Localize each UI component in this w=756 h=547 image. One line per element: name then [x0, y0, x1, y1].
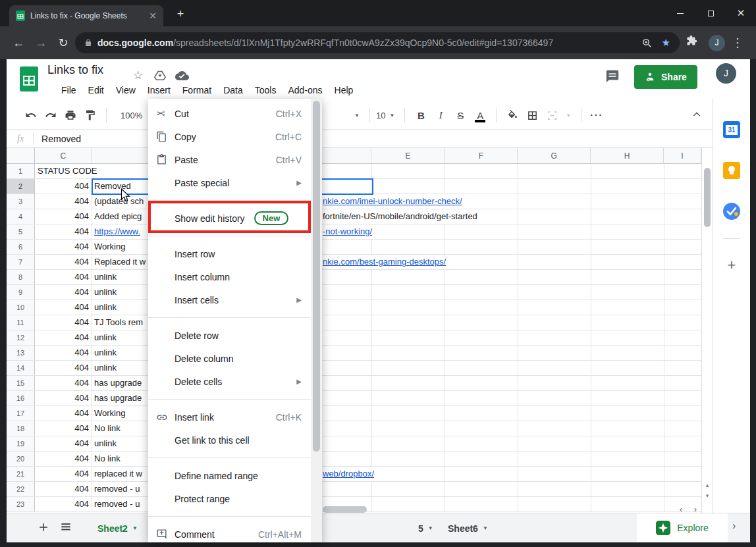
cell-empty[interactable] — [445, 467, 518, 481]
cell-empty[interactable] — [591, 285, 664, 300]
browser-profile-avatar[interactable]: J — [709, 35, 725, 51]
row-header[interactable]: 7 — [7, 255, 35, 269]
row-header[interactable]: 11 — [7, 315, 35, 330]
cell-empty[interactable] — [664, 209, 701, 224]
context-menu-item-delete-column[interactable]: Delete column — [148, 347, 311, 370]
cell-empty[interactable] — [591, 270, 664, 284]
table-row[interactable]: 11404TJ Tools rem — [7, 315, 701, 330]
cell-empty[interactable] — [372, 361, 445, 375]
paint-format-icon[interactable] — [80, 109, 100, 121]
cell-empty[interactable] — [664, 224, 701, 239]
table-row[interactable]: 4404Added epicgfortnite/en-US/mobile/and… — [7, 209, 701, 224]
tasks-icon[interactable] — [723, 203, 740, 220]
cell-c[interactable]: 404 — [35, 346, 92, 360]
cell-empty[interactable] — [372, 240, 445, 254]
formula-bar[interactable]: fx Removed — [7, 130, 713, 148]
cell-empty[interactable] — [372, 452, 445, 466]
undo-icon[interactable] — [21, 109, 41, 121]
borders-icon[interactable] — [522, 110, 542, 121]
cell-empty[interactable] — [591, 179, 664, 194]
scroll-left-icon[interactable]: ‹ — [680, 505, 682, 514]
cell-empty[interactable] — [664, 300, 701, 315]
menu-data[interactable]: Data — [217, 83, 249, 97]
bold-button[interactable]: B — [411, 110, 431, 121]
cell-empty[interactable] — [518, 421, 591, 436]
cell-empty[interactable] — [518, 497, 591, 511]
context-menu-item-delete-cells[interactable]: Delete cells▶ — [148, 370, 311, 393]
drive-shortcut-icon[interactable] — [154, 70, 166, 80]
column-header-c[interactable]: C — [35, 148, 92, 163]
cell-empty[interactable] — [591, 255, 664, 269]
context-menu-item-copy[interactable]: CopyCtrl+C — [148, 125, 311, 148]
context-menu-scrollbar[interactable] — [311, 99, 322, 542]
row-header[interactable]: 14 — [7, 361, 35, 375]
cell-empty[interactable] — [591, 224, 664, 239]
cell-empty[interactable] — [372, 270, 445, 284]
context-menu-item-delete-row[interactable]: Delete row — [148, 324, 311, 347]
table-row[interactable]: 22404removed - u — [7, 482, 701, 497]
cell-link-text[interactable]: https://www. — [94, 226, 140, 236]
menu-file[interactable]: File — [55, 83, 82, 97]
cell-c[interactable]: 404 — [35, 330, 92, 345]
menu-format[interactable]: Format — [176, 83, 217, 97]
cell-empty[interactable] — [372, 285, 445, 300]
extensions-icon[interactable] — [686, 35, 702, 51]
cell-c[interactable]: 404 — [35, 482, 92, 496]
cell-empty[interactable] — [664, 436, 701, 451]
cell-link-overflow-text[interactable]: nkie.com/imei-unlock-number-check/ — [323, 194, 464, 209]
add-addon-icon[interactable]: + — [723, 257, 740, 274]
column-header-g[interactable]: G — [518, 148, 591, 163]
keep-icon[interactable] — [723, 162, 740, 179]
context-menu-item-comment[interactable]: CommentCtrl+Alt+M — [148, 523, 311, 542]
fill-color-icon[interactable] — [502, 110, 522, 121]
cell-empty[interactable] — [664, 179, 701, 194]
table-row[interactable]: 8404unlink — [7, 270, 701, 285]
row-header[interactable]: 2 — [7, 179, 35, 194]
cell-empty[interactable] — [518, 467, 591, 481]
explore-button[interactable]: Explore — [637, 513, 728, 542]
browser-menu-icon[interactable]: ⋮ — [730, 35, 745, 51]
cell-empty[interactable] — [518, 285, 591, 300]
table-row[interactable]: 21404replaced it wweb/dropbox/ — [7, 467, 701, 482]
scroll-right-icon[interactable]: › — [694, 505, 697, 514]
cell-empty[interactable] — [591, 376, 664, 390]
column-header-h[interactable]: H — [591, 148, 664, 163]
cell-empty[interactable] — [445, 315, 518, 330]
minimize-button[interactable] — [665, 0, 695, 26]
menu-view[interactable]: View — [110, 83, 142, 97]
font-size-select[interactable]: 10 — [376, 111, 385, 120]
cell-c[interactable]: 404 — [35, 376, 92, 390]
context-menu-scrollbar-thumb[interactable] — [313, 101, 320, 452]
cell-empty[interactable] — [372, 421, 445, 436]
cell-empty[interactable] — [591, 346, 664, 360]
cell-empty[interactable] — [518, 436, 591, 451]
cell-empty[interactable] — [591, 452, 664, 466]
cell-empty[interactable] — [591, 240, 664, 254]
cell-empty[interactable] — [445, 361, 518, 375]
cell-empty[interactable] — [372, 300, 445, 315]
cell-empty[interactable] — [664, 376, 701, 390]
row-header[interactable]: 15 — [7, 376, 35, 390]
cell-empty[interactable] — [591, 421, 664, 436]
sheets-logo[interactable] — [20, 66, 38, 91]
cell-empty[interactable] — [445, 436, 518, 451]
bookmark-star-icon[interactable]: ★ — [662, 37, 670, 49]
cell-empty[interactable] — [445, 164, 518, 178]
cell-empty[interactable] — [591, 436, 664, 451]
cell-empty[interactable] — [518, 300, 591, 315]
row-header[interactable]: 21 — [7, 467, 35, 481]
row-header[interactable]: 18 — [7, 421, 35, 436]
font-family-caret-icon[interactable]: ▼ — [354, 113, 360, 118]
cell-empty[interactable] — [664, 406, 701, 421]
cell-empty[interactable] — [518, 482, 591, 496]
cell-empty[interactable] — [664, 164, 701, 178]
sheet-tab-sheet6[interactable]: Sheet6▼ — [436, 513, 500, 543]
cell-c[interactable]: 404 — [35, 194, 92, 209]
chevron-down-icon[interactable]: ▼ — [132, 525, 138, 531]
chevron-down-icon[interactable]: ▼ — [428, 525, 433, 531]
cell-empty[interactable] — [445, 421, 518, 436]
cell-empty[interactable] — [445, 179, 518, 194]
row-header[interactable]: 5 — [7, 224, 35, 239]
table-row[interactable]: 7404Replaced it wnkie.com/best-gaming-de… — [7, 255, 701, 270]
cell-empty[interactable] — [445, 255, 518, 269]
